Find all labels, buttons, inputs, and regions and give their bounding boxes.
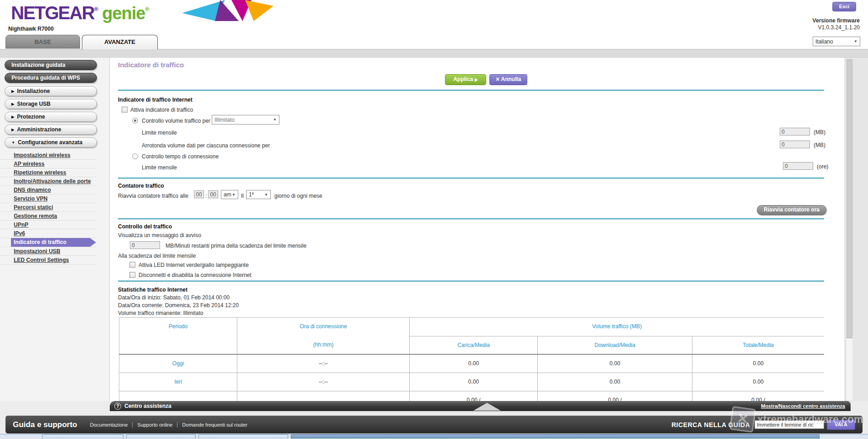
sidebar-item-percorsi-statici[interactable]: Percorsi statici <box>0 203 97 212</box>
limite-mensile2-unit: (ore) <box>817 163 828 170</box>
sidebar-item-gestione-remota[interactable]: Gestione remota <box>0 212 97 221</box>
sidebar-item-inoltro-porte[interactable]: Inoltro/Attivazione delle porte <box>0 177 97 186</box>
applica-button[interactable]: Applica ▶ <box>445 74 486 85</box>
registered-mark-icon: ® <box>145 6 149 12</box>
col-header-periodo: Periodo <box>119 318 237 355</box>
arrotonda-input[interactable] <box>780 141 810 148</box>
sidebar-item-label: Amministrazione <box>17 126 61 133</box>
firmware-label: Versione firmware <box>773 17 860 24</box>
chevron-down-icon: ▼ <box>232 193 236 197</box>
tab-base[interactable]: BASE <box>5 35 80 49</box>
ampm-select[interactable]: am ▼ <box>221 190 238 199</box>
cell-ora: --:-- <box>237 373 410 391</box>
sidebar-item-upnp[interactable]: UPnP <box>0 221 97 229</box>
sidebar-item-procedura-wps[interactable]: Procedura guidata di WPS <box>5 73 97 83</box>
collapse-arrow-icon[interactable] <box>473 403 501 411</box>
sidebar-item-led-control[interactable]: LED Control Settings <box>0 256 97 265</box>
arrow-right-icon: ▶ <box>475 77 478 82</box>
sidebar-item-dns-dinamico[interactable]: DNS dinamico <box>0 186 97 195</box>
hour-input[interactable] <box>194 190 204 198</box>
language-select[interactable]: Italiano ▼ <box>813 37 860 46</box>
minute-input[interactable] <box>208 190 218 198</box>
logo-netgear-text: NETGEAR <box>11 3 94 23</box>
divider <box>118 281 824 282</box>
cell-totale: 0.00 / <box>692 391 825 401</box>
vai-button[interactable]: VAI A <box>827 420 855 430</box>
col-header-ora-line1: Ora di connessione <box>237 323 409 330</box>
volume-select[interactable]: Illimitato ▼ <box>212 115 279 125</box>
limite-mensile2-input[interactable] <box>783 162 813 170</box>
vertical-scrollbar[interactable] <box>846 58 853 401</box>
netgear-genie-page: { "header": { "logo_netgear": "NETGEAR",… <box>0 0 868 439</box>
sidebar-item-impostazioni-usb[interactable]: Impostazioni USB <box>0 247 97 256</box>
divider <box>118 178 824 179</box>
controllo-volume-radio[interactable] <box>132 118 138 124</box>
sidebar-item-storage-usb[interactable]: ▶Storage USB <box>5 99 97 109</box>
sidebar-item-ipv6[interactable]: IPv6 <box>0 229 97 238</box>
chevron-down-icon: ▼ <box>11 141 15 145</box>
controllo-tempo-label: Controllo tempo di connessione <box>142 153 219 160</box>
sidebar-selected-row: Indicatore di traffico <box>0 238 97 247</box>
stats-start-date: Data/Ora di inizio: Sabato, 01 Feb 2014 … <box>118 294 230 301</box>
controllo-tempo-radio[interactable] <box>132 153 138 159</box>
sidebar-item-ripetizione-wireless[interactable]: Ripetizione wireless <box>0 168 97 177</box>
scrollbar-thumb[interactable] <box>847 59 852 338</box>
sidebar-item-installazione-guidata[interactable]: Installazione guidata <box>5 60 97 70</box>
sidebar-item-protezione[interactable]: ▶Protezione <box>5 112 97 122</box>
firmware-version-block: Versione firmware V1.0.3.24_1.1.20 <box>773 17 860 31</box>
limite-mensile-label: Limite mensile <box>142 130 177 136</box>
help-icon: ? <box>114 403 121 410</box>
tab-avanzate[interactable]: AVANZATE <box>82 35 158 49</box>
attiva-indicatore-checkbox[interactable] <box>122 107 128 113</box>
led-checkbox-label: Attiva LED Internet verde/giallo lampegg… <box>139 262 249 268</box>
riavvia-suffix-label: giorno di ogni mese <box>274 193 322 199</box>
footer-title: Guida e supporto <box>13 420 77 429</box>
cell-download: 0.00 <box>538 373 692 391</box>
sidebar-item-indicatore-traffico[interactable]: Indicatore di traffico <box>11 238 96 247</box>
avviso-input[interactable] <box>130 241 160 249</box>
mostra-nascondi-link[interactable]: Mostra/Nascondi centro assistenza <box>761 403 845 409</box>
disconnetti-checkbox[interactable] <box>129 272 135 278</box>
volume-select-value: Illimitato <box>214 117 235 123</box>
footer-link-faq-router[interactable]: Domande frequenti sul router <box>177 422 252 428</box>
day-select[interactable]: 1º ▼ <box>246 190 271 199</box>
limite-mensile-input[interactable] <box>780 128 810 135</box>
genie-ribbon-graphic <box>182 0 273 21</box>
time-colon: : <box>205 193 207 199</box>
tabbar-band <box>0 49 868 58</box>
annulla-button[interactable]: ✕ Annulla <box>489 74 527 85</box>
taskbar-item <box>198 434 288 439</box>
col-header-ora: Ora di connessione (hh:mm) <box>237 318 410 355</box>
sidebar-item-ap-wireless[interactable]: AP wireless <box>0 160 97 168</box>
esci-button[interactable]: Esci <box>832 2 856 11</box>
sidebar-item-label: Installazione <box>17 88 50 94</box>
controllo-volume-label: Controllo volume traffico per <box>142 118 210 124</box>
cell-carica: 0.00 / <box>410 391 538 401</box>
ribbon-orange-triangle-icon <box>245 0 273 21</box>
traffic-stats-table-wrap: Periodo Ora di connessione (hh:mm) Volum… <box>119 317 824 401</box>
section-title-contatore: Contatore traffico <box>118 183 164 189</box>
led-checkbox[interactable] <box>129 262 135 268</box>
chevron-down-icon: ▼ <box>854 39 857 43</box>
sidebar-item-installazione[interactable]: ▶Installazione <box>5 86 97 96</box>
sidebar-item-configurazione-avanzata[interactable]: ▼Configurazione avanzata <box>5 137 97 147</box>
footer-link-documentazione[interactable]: Documentazione <box>86 422 133 428</box>
guide-search-input[interactable] <box>755 420 824 429</box>
riavvia-contatore-button[interactable]: Riavvia contatore ora <box>757 205 826 215</box>
sidebar-item-impostazioni-wireless[interactable]: Impostazioni wireless <box>0 151 97 160</box>
sidebar-item-servizio-vpn[interactable]: Servizio VPN <box>0 195 97 203</box>
section-title-statistiche: Statistiche traffico Internet <box>118 287 188 293</box>
chevron-right-icon: ▶ <box>11 102 14 106</box>
visualizza-label: Visualizza un messaggio di avviso <box>118 232 201 238</box>
sidebar-item-amministrazione[interactable]: ▶Amministrazione <box>5 125 97 135</box>
device-name: Nighthawk R7000 <box>8 26 54 32</box>
assistance-label: Centro assistenza <box>124 403 171 409</box>
chevron-down-icon: ▼ <box>264 193 268 197</box>
stats-current-date: Data/Ora corrente: Domenica, 23 Feb 2014… <box>118 302 239 309</box>
traffic-stats-table: Periodo Ora di connessione (hh:mm) Volum… <box>119 317 824 401</box>
attiva-indicatore-label: Attiva indicatore di traffico <box>130 107 193 113</box>
sidebar-item-label: Configurazione avanzata <box>18 139 82 146</box>
footer-link-supporto-online[interactable]: Supporto online <box>132 422 177 428</box>
netgear-genie-logo: NETGEAR®genie® <box>11 3 149 23</box>
table-row-partial: 0.00 / 0.00 / 0.00 / <box>119 391 825 401</box>
